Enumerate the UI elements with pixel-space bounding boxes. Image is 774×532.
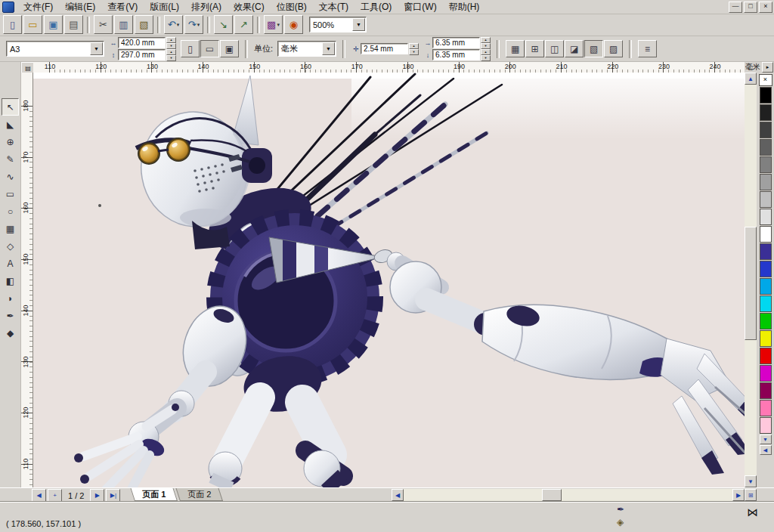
palette-swatch-17[interactable] <box>760 382 772 399</box>
palette-swatch-8[interactable] <box>760 226 772 243</box>
fill-status-icon[interactable]: ◈ <box>617 517 624 527</box>
spin-up-button[interactable]: ▲ <box>166 37 176 43</box>
basic-shapes-tool[interactable]: ◇ <box>2 237 19 255</box>
palette-swatch-11[interactable] <box>760 278 772 295</box>
no-color-swatch[interactable]: × <box>759 74 772 86</box>
shape-tool[interactable]: ◣ <box>2 116 19 133</box>
palette-options-button[interactable]: ▸ <box>762 62 773 73</box>
palette-swatch-7[interactable] <box>760 209 772 225</box>
spin-down-button[interactable]: ▼ <box>481 55 491 61</box>
freehand-tool[interactable]: ✎ <box>2 150 19 168</box>
scroll-left-button[interactable]: ◀ <box>392 489 404 501</box>
outline-status-icon[interactable]: ✒ <box>617 504 624 515</box>
treat-as-filled-button[interactable]: ▧ <box>584 40 603 57</box>
spin-down-button[interactable]: ▼ <box>166 43 176 49</box>
chevron-down-icon[interactable]: ▾ <box>177 22 180 28</box>
duplicate-y-input[interactable]: 6.35 mm <box>432 49 480 60</box>
add-page-button[interactable]: + <box>48 489 62 502</box>
snap-to-grid-button[interactable]: ▦ <box>506 40 525 57</box>
palette-swatch-3[interactable] <box>760 139 772 156</box>
pick-tool[interactable]: ↖ <box>2 98 19 116</box>
palette-swatch-6[interactable] <box>760 191 772 208</box>
horizontal-scrollbar[interactable]: ◀ ▶ <box>392 489 745 501</box>
property-bar-options-button[interactable]: ≡ <box>638 40 657 57</box>
palette-expand-button[interactable]: ◀ <box>760 445 772 455</box>
scroll-up-button[interactable]: ▲ <box>745 73 757 85</box>
palette-swatch-16[interactable] <box>760 365 772 382</box>
menu-window[interactable]: 窗口(W) <box>398 0 442 14</box>
units-select[interactable]: 毫米 ▼ <box>277 41 336 57</box>
palette-swatch-5[interactable] <box>760 174 772 190</box>
spin-up-button[interactable]: ▲ <box>409 43 419 49</box>
horizontal-ruler[interactable]: 1101201301401501601701801902002102202302… <box>33 62 745 73</box>
palette-swatch-15[interactable] <box>760 348 772 364</box>
spin-up-button[interactable]: ▲ <box>166 49 176 55</box>
menu-file[interactable]: 文件(F) <box>17 0 59 14</box>
previous-page-button[interactable]: ◀ <box>32 489 46 502</box>
snap-to-objects-button[interactable]: ◫ <box>545 40 564 57</box>
document-navigator-button[interactable]: ⊞ <box>745 489 757 501</box>
spin-down-button[interactable]: ▼ <box>166 55 176 61</box>
menu-arrange[interactable]: 排列(A) <box>185 0 228 14</box>
cut-button[interactable]: ✂ <box>94 15 113 34</box>
open-button[interactable]: ▭ <box>23 15 42 34</box>
application-launcher-button[interactable]: ▩▾ <box>264 15 283 34</box>
vertical-scroll-thumb[interactable] <box>745 227 757 340</box>
new-button[interactable]: ▯ <box>3 15 22 34</box>
palette-swatch-18[interactable] <box>760 400 772 416</box>
import-button[interactable]: ↘ <box>214 15 233 34</box>
print-button[interactable]: ▤ <box>64 15 83 34</box>
palette-swatch-13[interactable] <box>760 313 772 329</box>
paper-height-input[interactable]: 297.0 mm <box>118 49 166 60</box>
palette-swatch-19[interactable] <box>760 417 772 434</box>
drawing-canvas[interactable] <box>33 73 745 487</box>
menu-effects[interactable]: 效果(C) <box>228 0 271 14</box>
fill-tool[interactable]: ◆ <box>2 324 19 342</box>
snap-to-guidelines-button[interactable]: ⊞ <box>525 40 544 57</box>
chevron-down-icon[interactable]: ▾ <box>197 22 200 28</box>
palette-swatch-9[interactable] <box>760 243 772 260</box>
all-pages-button[interactable]: ▣ <box>220 40 239 57</box>
paper-width-input[interactable]: 420.0 mm <box>118 37 166 48</box>
menu-tools[interactable]: 工具(O) <box>354 0 398 14</box>
save-button[interactable]: ▣ <box>44 15 63 34</box>
spin-up-button[interactable]: ▲ <box>481 37 491 43</box>
menu-text[interactable]: 文本(T) <box>313 0 354 14</box>
vertical-scrollbar[interactable]: ▲ ▼ <box>745 73 757 487</box>
ellipse-tool[interactable]: ○ <box>2 203 19 220</box>
nudge-offset-input[interactable]: 2.54 mm <box>361 43 408 54</box>
menu-layout[interactable]: 版面(L) <box>144 0 185 14</box>
zoom-level-select[interactable]: 500% ▼ <box>309 17 367 32</box>
corel-online-button[interactable]: ◉ <box>284 15 303 34</box>
outline-pen-tool[interactable]: ✒ <box>2 307 19 324</box>
palette-swatch-14[interactable] <box>760 330 772 347</box>
eyedropper-tool[interactable]: ◗ <box>2 289 19 307</box>
paper-size-select[interactable]: A3 ▼ <box>6 41 104 57</box>
graph-paper-tool[interactable]: ▦ <box>2 220 19 237</box>
rectangle-tool[interactable]: ▭ <box>2 185 19 203</box>
scroll-down-button[interactable]: ▼ <box>745 475 757 487</box>
dynamic-guides-button[interactable]: ◪ <box>565 40 584 57</box>
portrait-button[interactable]: ▯ <box>181 40 200 57</box>
show-bounding-box-button[interactable]: ▨ <box>604 40 623 57</box>
duplicate-x-input[interactable]: 6.35 mm <box>432 37 480 48</box>
minimize-button[interactable]: — <box>729 2 742 13</box>
interactive-blend-tool[interactable]: ◧ <box>2 272 19 289</box>
menu-help[interactable]: 帮助(H) <box>443 0 486 14</box>
page-tab-1[interactable]: 页面 1 <box>130 488 178 501</box>
spin-down-button[interactable]: ▼ <box>481 43 491 49</box>
page-tab-2[interactable]: 页面 2 <box>176 488 224 501</box>
palette-swatch-12[interactable] <box>760 295 772 312</box>
menu-bitmaps[interactable]: 位图(B) <box>271 0 313 14</box>
landscape-button[interactable]: ▭ <box>200 40 219 57</box>
menu-edit[interactable]: 编辑(E) <box>59 0 101 14</box>
redo-button[interactable]: ↷▾ <box>184 15 203 34</box>
chevron-down-icon[interactable]: ▼ <box>352 18 365 31</box>
robot-artwork[interactable] <box>33 73 745 487</box>
palette-swatch-1[interactable] <box>760 104 772 121</box>
copy-button[interactable]: ▥ <box>114 15 133 34</box>
palette-swatch-2[interactable] <box>760 122 772 138</box>
menu-view[interactable]: 查看(V) <box>101 0 144 14</box>
horizontal-scroll-thumb[interactable] <box>542 489 562 501</box>
spin-down-button[interactable]: ▼ <box>409 49 419 55</box>
